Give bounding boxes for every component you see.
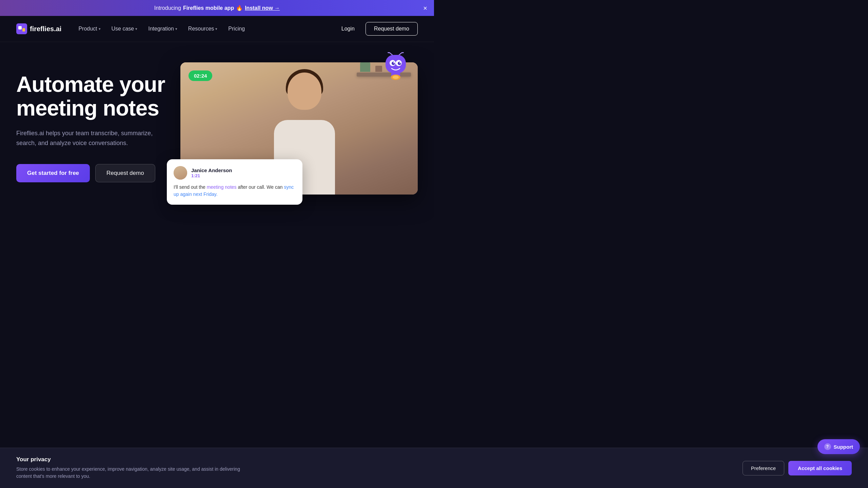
hero-title: Automate your meeting notes xyxy=(16,73,165,120)
svg-rect-1 xyxy=(18,26,22,29)
chevron-down-icon: ▾ xyxy=(135,27,137,31)
banner-intro-text: Introducing xyxy=(154,5,181,11)
chat-card: Janice Anderson 1:21 I'll send out the m… xyxy=(167,159,302,205)
robot-mascot-svg xyxy=(380,52,411,89)
nav-link-product[interactable]: Product ▾ xyxy=(74,23,105,35)
nav-link-pricing[interactable]: Pricing xyxy=(223,23,250,35)
robot-mascot xyxy=(380,52,411,89)
nav-item-usecase[interactable]: Use case ▾ xyxy=(107,23,142,35)
hero-section: Automate your meeting notes Fireflies.ai… xyxy=(0,42,434,232)
nav-item-pricing[interactable]: Pricing xyxy=(223,23,250,35)
nav-item-integration[interactable]: Integration ▾ xyxy=(143,23,182,35)
top-banner: Introducing Fireflies mobile app 🔥 Insta… xyxy=(0,0,434,16)
svg-point-6 xyxy=(402,52,404,53)
svg-point-16 xyxy=(393,76,399,79)
svg-point-12 xyxy=(393,62,395,63)
hero-visual: 02:24 Janice Anderson 1:21 I'll send out… xyxy=(180,62,418,205)
banner-bold-text: Fireflies mobile app xyxy=(183,5,234,11)
request-demo-hero-button[interactable]: Request demo xyxy=(95,164,155,182)
nav-link-usecase[interactable]: Use case ▾ xyxy=(107,23,142,35)
logo[interactable]: fireflies.ai xyxy=(16,23,61,34)
avatar xyxy=(174,166,187,180)
highlight-meeting-notes: meeting notes xyxy=(207,184,237,190)
hero-buttons: Get started for free Request demo xyxy=(16,164,165,182)
navbar: fireflies.ai Product ▾ Use case ▾ Integr… xyxy=(0,16,434,42)
nav-item-resources[interactable]: Resources ▾ xyxy=(183,23,222,35)
svg-rect-7 xyxy=(386,55,406,73)
logo-text: fireflies.ai xyxy=(30,25,61,33)
chat-user-info: Janice Anderson 1:21 xyxy=(191,167,232,178)
svg-point-13 xyxy=(399,62,401,63)
nav-left: fireflies.ai Product ▾ Use case ▾ Integr… xyxy=(16,23,250,35)
svg-point-10 xyxy=(392,62,395,65)
nav-link-resources[interactable]: Resources ▾ xyxy=(183,23,222,35)
banner-install-link[interactable]: Install now → xyxy=(245,5,280,11)
chat-message: I'll send out the meeting notes after ou… xyxy=(174,184,296,198)
get-started-button[interactable]: Get started for free xyxy=(16,164,90,182)
chevron-down-icon: ▾ xyxy=(99,27,101,31)
svg-rect-2 xyxy=(22,28,25,32)
svg-point-4 xyxy=(388,52,390,53)
nav-right: Login Request demo xyxy=(336,22,418,36)
chevron-down-icon: ▾ xyxy=(175,27,177,31)
nav-item-product[interactable]: Product ▾ xyxy=(74,23,105,35)
svg-point-11 xyxy=(398,62,401,65)
nav-link-integration[interactable]: Integration ▾ xyxy=(143,23,182,35)
nav-links: Product ▾ Use case ▾ Integration ▾ Resou… xyxy=(74,23,250,35)
person-head xyxy=(288,73,321,110)
chevron-down-icon: ▾ xyxy=(215,27,217,31)
timer-badge: 02:24 xyxy=(189,70,212,81)
request-demo-nav-button[interactable]: Request demo xyxy=(366,22,418,36)
login-button[interactable]: Login xyxy=(336,23,360,35)
banner-close-button[interactable]: × xyxy=(423,5,427,12)
hero-content: Automate your meeting notes Fireflies.ai… xyxy=(16,62,165,182)
chat-header: Janice Anderson 1:21 xyxy=(174,166,296,180)
banner-emoji: 🔥 xyxy=(236,5,243,11)
chat-user-name: Janice Anderson xyxy=(191,167,232,173)
avatar-inner xyxy=(174,166,187,180)
chat-timestamp: 1:21 xyxy=(191,173,232,178)
hero-subtitle: Fireflies.ai helps your team transcribe,… xyxy=(16,128,165,148)
logo-icon xyxy=(16,23,27,34)
